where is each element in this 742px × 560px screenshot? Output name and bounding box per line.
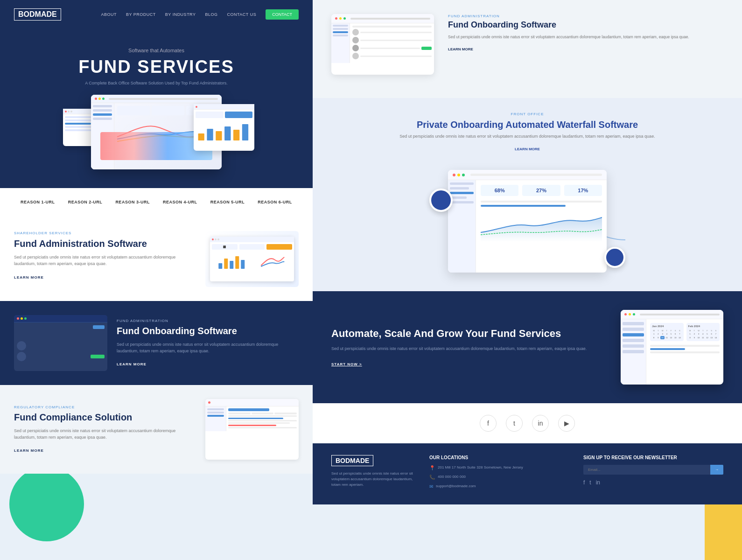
- reason-6[interactable]: REASON 6-URL: [258, 197, 292, 208]
- waterfall-desc: Sed ut perspiciatis unde omnis iste natu…: [331, 133, 723, 140]
- navigation: BODMADE ABOUT BY PRODUCT BY INDUSTRY BLO…: [0, 0, 313, 29]
- newsletter-submit-button[interactable]: →: [710, 465, 723, 475]
- svg-rect-7: [224, 259, 228, 269]
- right-onboarding-row: FUND ADMINISTRATION Fund Onboarding Soft…: [331, 14, 723, 75]
- automate-mockup: Jan 2024 M T W T F S S 1: [621, 310, 723, 385]
- right-panel: FUND ADMINISTRATION Fund Onboarding Soft…: [313, 0, 742, 504]
- automate-text: Automate, Scale And Grow Your Fund Servi…: [331, 327, 607, 367]
- compliance-card: REGULATORY COMPLIANCE Fund Compliance So…: [14, 399, 299, 460]
- reason-4[interactable]: REASON 4-URL: [163, 197, 197, 208]
- social-facebook[interactable]: f: [480, 415, 497, 432]
- waterfall-section: FRONT OFFICE Private Onboarding Automate…: [313, 98, 742, 291]
- footer-locations: Our Locations 📍 201 Mill 17 North Suite …: [429, 455, 569, 493]
- main-wrapper: BODMADE ABOUT BY PRODUCT BY INDUSTRY BLO…: [0, 0, 742, 504]
- right-onboarding-learn-more[interactable]: LEARN MORE: [448, 47, 473, 51]
- automate-cta[interactable]: START NOW >: [331, 362, 362, 366]
- compliance-desc: Sed ut perspiciatis unde omnis iste natu…: [14, 427, 196, 441]
- email-icon: ✉: [429, 484, 433, 489]
- hero-title: FUND SERVICES: [14, 57, 299, 77]
- footer-logo-col: BODMADE Sed ut perspiciatis unde omnis i…: [331, 455, 415, 493]
- fund-onboarding-desc: Sed ut perspiciatis unde omnis iste natu…: [117, 341, 299, 355]
- footer-address-text: 201 Mill 17 North Suite 328 Sometown, Ne…: [438, 465, 523, 470]
- footer-linkedin-icon[interactable]: in: [596, 479, 600, 486]
- fund-admin-text: SHAREHOLDER SERVICES Fund Administration…: [14, 231, 196, 287]
- svg-rect-1: [207, 129, 213, 140]
- social-youtube[interactable]: ▶: [558, 415, 575, 432]
- footer-address: 📍 201 Mill 17 North Suite 328 Sometown, …: [429, 465, 569, 470]
- right-top-section: FUND ADMINISTRATION Fund Onboarding Soft…: [313, 0, 742, 98]
- reason-2[interactable]: REASON 2-URL: [68, 197, 103, 208]
- nav-contact-button[interactable]: CONTACT: [266, 9, 299, 20]
- waterfall-stat-2: 27%: [525, 188, 557, 193]
- footer-logo: BODMADE: [331, 455, 373, 466]
- waterfall-stat-1: 68%: [483, 188, 516, 193]
- reason-5[interactable]: REASON 5-URL: [210, 197, 245, 208]
- svg-rect-2: [216, 131, 222, 140]
- nav-about[interactable]: ABOUT: [101, 12, 117, 17]
- right-onboarding-desc: Sed ut perspiciatis unde omnis iste natu…: [448, 34, 723, 41]
- reasons-bar: REASON 1-URL REASON 2-URL REASON 3-URL R…: [0, 188, 313, 217]
- svg-rect-6: [218, 263, 222, 269]
- nav-by-industry[interactable]: BY INDUSTRY: [165, 12, 196, 17]
- footer-email-text: support@bodmade.com: [436, 483, 476, 489]
- footer-phone: 📞 400 000 000 000: [429, 474, 569, 480]
- footer-email: ✉ support@bodmade.com: [429, 483, 569, 489]
- social-twitter[interactable]: t: [506, 415, 523, 432]
- footer-twitter-icon[interactable]: t: [589, 479, 591, 486]
- hero-section: Software that Automates FUND SERVICES A …: [0, 29, 313, 188]
- svg-rect-10: [241, 260, 245, 269]
- reason-3[interactable]: REASON 3-URL: [115, 197, 150, 208]
- waterfall-main-mockup: 68% 27% 17%: [448, 170, 607, 273]
- newsletter-email-input[interactable]: [583, 465, 710, 475]
- hero-mockup: [54, 95, 259, 179]
- fund-onboarding-tag: FUND ADMINISTRATION: [117, 319, 299, 323]
- compliance-tag: REGULATORY COMPLIANCE: [14, 405, 196, 409]
- nav-contact-us[interactable]: CONTACT US: [227, 12, 256, 17]
- nav-blog[interactable]: BLOG: [205, 12, 217, 17]
- footer-facebook-icon[interactable]: f: [583, 479, 585, 486]
- fund-admin-desc: Sed ut perspiciatis unde omnis iste natu…: [14, 254, 196, 267]
- fund-onboarding-title: Fund Onboarding Software: [117, 326, 299, 336]
- hero-desc: A Complete Back Office Software Solution…: [14, 81, 299, 85]
- fund-admin-image: ⬛: [205, 231, 299, 287]
- phone-icon: 📞: [429, 475, 435, 480]
- footer-social: f t in: [583, 479, 723, 486]
- fund-onboarding-image: [14, 315, 107, 371]
- fund-admin-section: SHAREHOLDER SERVICES Fund Administration…: [0, 217, 313, 301]
- right-onboarding-tag: FUND ADMINISTRATION: [448, 14, 723, 18]
- footer-tagline: Sed ut perspiciatis unde omnis iste natu…: [331, 471, 415, 488]
- compliance-text: REGULATORY COMPLIANCE Fund Compliance So…: [14, 405, 196, 454]
- left-panel: BODMADE ABOUT BY PRODUCT BY INDUSTRY BLO…: [0, 0, 313, 504]
- nav-by-product[interactable]: BY PRODUCT: [126, 12, 156, 17]
- social-linkedin[interactable]: in: [532, 415, 549, 432]
- automate-desc: Sed ut perspiciatis unde omnis iste natu…: [331, 345, 607, 352]
- hero-subtitle: Software that Automates: [14, 48, 299, 53]
- waterfall-stat-3: 17%: [567, 188, 599, 193]
- automate-section: Automate, Scale And Grow Your Fund Servi…: [313, 291, 742, 403]
- nav-links: ABOUT BY PRODUCT BY INDUSTRY BLOG CONTAC…: [101, 9, 299, 20]
- svg-rect-8: [230, 261, 233, 269]
- automate-title: Automate, Scale And Grow Your Fund Servi…: [331, 327, 607, 341]
- fund-onboarding-learn-more[interactable]: LEARN MORE: [117, 362, 147, 366]
- right-onboarding-mockup: [331, 14, 434, 75]
- waterfall-title: Private Onboarding Automated Waterfall S…: [331, 119, 723, 130]
- compliance-learn-more[interactable]: LEARN MORE: [14, 448, 44, 453]
- footer-phone-text: 400 000 000 000: [438, 474, 466, 479]
- waterfall-learn-more[interactable]: LEARN MORE: [331, 147, 723, 151]
- compliance-image: [205, 399, 299, 460]
- fund-admin-learn-more[interactable]: LEARN MORE: [14, 275, 44, 280]
- waterfall-tag: FRONT OFFICE: [331, 112, 723, 116]
- svg-rect-4: [233, 130, 239, 140]
- fund-onboarding-card: FUND ADMINISTRATION Fund Onboarding Soft…: [14, 315, 299, 371]
- nav-logo: BODMADE: [14, 8, 61, 21]
- svg-rect-5: [242, 124, 248, 140]
- right-onboarding-info: FUND ADMINISTRATION Fund Onboarding Soft…: [448, 14, 723, 75]
- newsletter-title: SIGN UP TO RECEIVE OUR NEWSLETTER: [583, 455, 723, 460]
- footer-locations-title: Our Locations: [429, 455, 569, 460]
- fund-admin-title: Fund Administration Software: [14, 238, 196, 249]
- fund-onboarding-text: FUND ADMINISTRATION Fund Onboarding Soft…: [117, 319, 299, 368]
- svg-rect-3: [224, 126, 231, 140]
- compliance-title: Fund Compliance Solution: [14, 412, 196, 423]
- svg-rect-9: [235, 256, 239, 269]
- reason-1[interactable]: REASON 1-URL: [21, 197, 55, 208]
